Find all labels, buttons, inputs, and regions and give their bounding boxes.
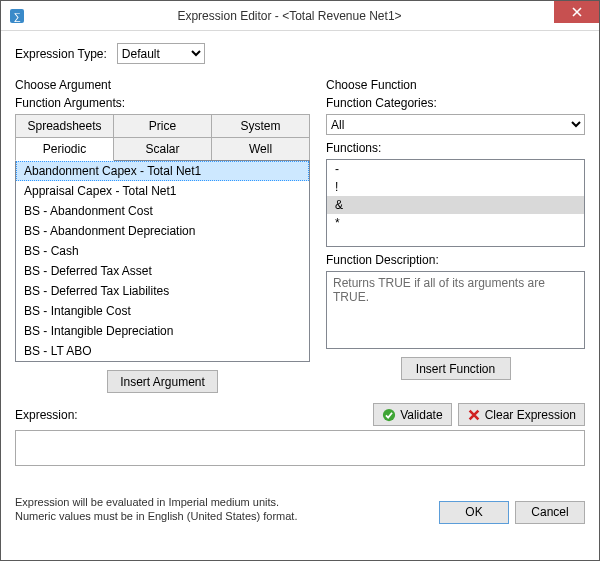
insert-function-button[interactable]: Insert Function (401, 357, 511, 380)
footer-note-format: Numeric values must be in English (Unite… (15, 509, 439, 523)
list-item[interactable]: BS - Intangible Cost (16, 301, 309, 321)
function-arguments-label: Function Arguments: (15, 96, 310, 110)
list-item[interactable]: * (327, 214, 584, 232)
expression-type-select[interactable]: Default (117, 43, 205, 64)
list-item[interactable]: - (327, 160, 584, 178)
function-category-select[interactable]: All (326, 114, 585, 135)
close-button[interactable] (554, 1, 599, 23)
tab-well[interactable]: Well (212, 138, 310, 161)
svg-text:∑: ∑ (13, 11, 20, 22)
footer-note-units: Expression will be evaluated in Imperial… (15, 495, 439, 509)
list-item[interactable]: & (327, 196, 584, 214)
window-title: Expression Editor - <Total Revenue Net1> (25, 9, 599, 23)
app-icon: ∑ (9, 8, 25, 24)
x-icon (467, 408, 481, 422)
choose-function-label: Choose Function (326, 78, 585, 92)
list-item[interactable]: Abandonment Capex - Total Net1 (16, 161, 309, 181)
clear-expression-button[interactable]: Clear Expression (458, 403, 585, 426)
tabs-row-2: Periodic Scalar Well (15, 138, 310, 161)
function-description-text: Returns TRUE if all of its arguments are… (333, 276, 545, 304)
ok-button[interactable]: OK (439, 501, 509, 524)
tab-scalar[interactable]: Scalar (114, 138, 212, 161)
choose-argument-label: Choose Argument (15, 78, 310, 92)
svg-point-2 (383, 408, 395, 420)
list-item[interactable]: BS - Deferred Tax Asset (16, 261, 309, 281)
tab-price[interactable]: Price (114, 114, 212, 138)
function-categories-label: Function Categories: (326, 96, 585, 110)
list-item[interactable]: BS - Deferred Tax Liabilites (16, 281, 309, 301)
list-item[interactable]: BS - Abandonment Depreciation (16, 221, 309, 241)
tab-periodic[interactable]: Periodic (15, 138, 114, 161)
list-item[interactable]: BS - Abandonment Cost (16, 201, 309, 221)
check-icon (382, 408, 396, 422)
close-icon (572, 7, 582, 17)
expression-label: Expression: (15, 408, 367, 422)
list-item[interactable]: BS - Intangible Depreciation (16, 321, 309, 341)
list-item[interactable]: ! (327, 178, 584, 196)
validate-button[interactable]: Validate (373, 403, 451, 426)
tab-system[interactable]: System (212, 114, 310, 138)
cancel-button[interactable]: Cancel (515, 501, 585, 524)
list-item[interactable]: BS - LT ABO (16, 341, 309, 361)
list-item[interactable]: Appraisal Capex - Total Net1 (16, 181, 309, 201)
tabs-row-1: Spreadsheets Price System (15, 114, 310, 138)
insert-argument-button[interactable]: Insert Argument (107, 370, 218, 393)
tab-spreadsheets[interactable]: Spreadsheets (15, 114, 114, 138)
functions-listbox[interactable]: - ! & * (326, 159, 585, 247)
list-item[interactable]: BS - Cash (16, 241, 309, 261)
title-bar: ∑ Expression Editor - <Total Revenue Net… (1, 1, 599, 31)
expression-input[interactable] (15, 430, 585, 466)
function-description-label: Function Description: (326, 253, 585, 267)
functions-label: Functions: (326, 141, 585, 155)
argument-listbox[interactable]: Abandonment Capex - Total Net1 Appraisal… (15, 160, 310, 362)
expression-type-label: Expression Type: (15, 47, 107, 61)
function-description-box: Returns TRUE if all of its arguments are… (326, 271, 585, 349)
